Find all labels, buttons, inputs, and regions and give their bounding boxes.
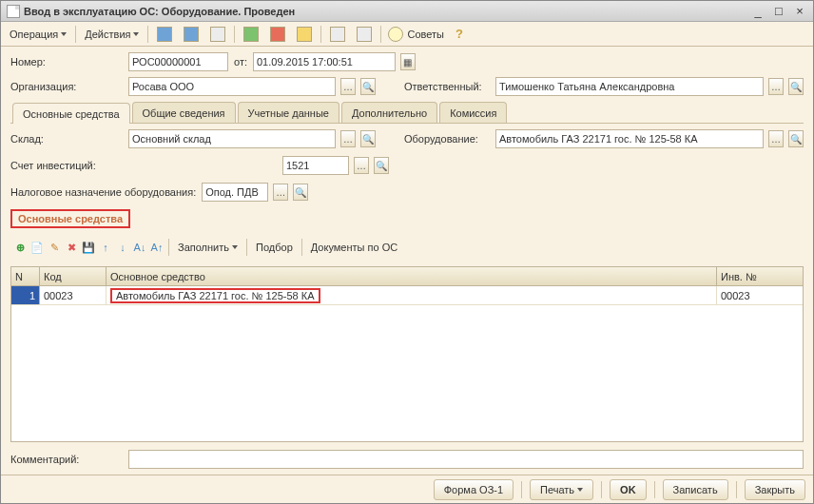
equipment-search-button[interactable]: 🔍 xyxy=(788,130,804,147)
tab-extra[interactable]: Дополнительно xyxy=(341,102,437,123)
organisation-choose-button[interactable]: … xyxy=(340,78,356,95)
form-oz1-label: Форма ОЗ-1 xyxy=(444,484,503,495)
tax-input[interactable] xyxy=(205,186,264,198)
move-up-button[interactable]: ↑ xyxy=(98,240,113,255)
tab-commission[interactable]: Комиссия xyxy=(439,102,507,123)
col-n[interactable]: N xyxy=(11,267,40,285)
organisation-field[interactable] xyxy=(128,77,336,96)
plus-icon: ⊕ xyxy=(16,242,25,254)
responsible-input[interactable] xyxy=(499,81,760,92)
tab-account[interactable]: Учетные данные xyxy=(238,102,339,123)
hints-button[interactable]: Советы xyxy=(385,24,448,45)
tax-field[interactable] xyxy=(202,183,268,202)
icon xyxy=(270,27,285,42)
row-org: Организация: … 🔍 Ответственный: … 🔍 xyxy=(10,77,804,96)
account-input[interactable] xyxy=(286,160,345,171)
sort-desc-button[interactable]: A↑ xyxy=(149,240,165,255)
print-label: Печать xyxy=(540,484,574,495)
warehouse-field[interactable] xyxy=(128,129,336,148)
fill-label: Заполнить xyxy=(178,242,229,253)
table-row[interactable]: 1 00023 Автомобиль ГАЗ 22171 гос. № 125-… xyxy=(11,286,803,305)
tab-label: Основные средства xyxy=(23,108,120,120)
tax-search-button[interactable]: 🔍 xyxy=(293,184,308,201)
help-button[interactable]: ? xyxy=(451,24,468,45)
maximize-button[interactable]: □ xyxy=(771,4,786,18)
comment-field[interactable] xyxy=(128,450,804,469)
print-menu[interactable]: Печать xyxy=(530,479,593,500)
ok-button[interactable]: OK xyxy=(610,479,647,500)
date-input[interactable] xyxy=(257,56,392,68)
warehouse-choose-button[interactable]: … xyxy=(340,130,356,147)
col-main[interactable]: Основное средство xyxy=(107,267,717,285)
separator xyxy=(521,481,522,498)
responsible-choose-button[interactable]: … xyxy=(768,78,784,95)
equipment-input[interactable] xyxy=(499,133,760,145)
nav-button-3[interactable] xyxy=(205,24,230,45)
move-down-button[interactable]: ↓ xyxy=(115,240,130,255)
organisation-input[interactable] xyxy=(132,81,332,92)
form-oz1-button[interactable]: Форма ОЗ-1 xyxy=(434,479,514,500)
number-input[interactable] xyxy=(132,56,224,68)
col-code[interactable]: Код xyxy=(40,267,107,285)
close-button[interactable]: × xyxy=(792,4,807,18)
grid-toolbar: ⊕ 📄 ✎ ✖ 💾 ↑ ↓ A↓ A↑ Заполнить Подбор Док… xyxy=(10,236,804,259)
actions-menu[interactable]: Действия xyxy=(80,24,144,45)
nav-button-2[interactable] xyxy=(179,24,204,45)
docs-button[interactable]: Документы по ОС xyxy=(306,237,402,258)
label-comment: Комментарий: xyxy=(10,454,123,465)
cell-inv: 00023 xyxy=(717,286,803,304)
titlebar-buttons: _ □ × xyxy=(750,4,807,18)
col-inv[interactable]: Инв. № xyxy=(717,267,803,285)
cell-name: Автомобиль ГАЗ 22171 гос. № 125-58 КА xyxy=(110,288,320,303)
operation-menu[interactable]: Операция xyxy=(5,24,71,45)
date-field[interactable] xyxy=(253,52,396,71)
structure-button[interactable] xyxy=(325,24,350,45)
save-button[interactable]: 💾 xyxy=(81,240,96,255)
equipment-choose-button[interactable]: … xyxy=(768,130,784,147)
account-search-button[interactable]: 🔍 xyxy=(374,157,389,174)
close-footer-button[interactable]: Закрыть xyxy=(745,479,805,500)
app-window: Ввод в эксплуатацию ОС: Оборудование. Пр… xyxy=(0,0,814,504)
tab-general[interactable]: Общие сведения xyxy=(132,102,236,123)
delete-row-button[interactable]: ✖ xyxy=(64,240,79,255)
debitcredit-button[interactable] xyxy=(292,24,317,45)
label-equipment: Оборудование: xyxy=(404,133,490,145)
bulb-icon xyxy=(388,27,403,42)
copy-icon: 📄 xyxy=(30,242,44,254)
ok-label: OK xyxy=(620,484,636,495)
responsible-field[interactable] xyxy=(495,77,764,96)
tax-choose-button[interactable]: … xyxy=(273,184,288,201)
separator xyxy=(75,26,76,43)
search-icon: 🔍 xyxy=(790,82,802,92)
separator xyxy=(320,26,321,43)
number-field[interactable] xyxy=(128,52,228,71)
add-row-button[interactable]: ⊕ xyxy=(12,240,28,255)
equipment-field[interactable] xyxy=(495,129,764,148)
section-header-wrap: Основные средства xyxy=(10,209,804,228)
responsible-search-button[interactable]: 🔍 xyxy=(788,78,804,95)
post-button[interactable] xyxy=(239,24,263,45)
account-choose-button[interactable]: … xyxy=(354,157,369,174)
select-button[interactable]: Подбор xyxy=(251,237,298,258)
separator xyxy=(168,239,169,256)
tab-main[interactable]: Основные средства xyxy=(12,103,130,124)
save-button[interactable]: Записать xyxy=(663,479,728,500)
search-icon: 🔍 xyxy=(376,161,387,171)
organisation-search-button[interactable]: 🔍 xyxy=(360,78,376,95)
date-picker-button[interactable]: ▦ xyxy=(400,53,416,70)
warehouse-input[interactable] xyxy=(132,133,332,145)
fill-menu[interactable]: Заполнить xyxy=(173,237,242,258)
edit-row-button[interactable]: ✎ xyxy=(47,240,62,255)
minimize-button[interactable]: _ xyxy=(750,4,766,18)
form-body: Номер: от: ▦ Организация: … 🔍 Ответстве xyxy=(1,47,813,475)
copy-row-button[interactable]: 📄 xyxy=(29,240,45,255)
comment-input[interactable] xyxy=(132,454,800,465)
sort-asc-button[interactable]: A↓ xyxy=(132,240,147,255)
separator xyxy=(654,481,655,498)
account-field[interactable] xyxy=(282,156,349,175)
warehouse-search-button[interactable]: 🔍 xyxy=(360,130,376,147)
info-button[interactable] xyxy=(352,24,377,45)
grid-body[interactable]: 1 00023 Автомобиль ГАЗ 22171 гос. № 125-… xyxy=(11,286,803,441)
nav-button-1[interactable] xyxy=(152,24,177,45)
unpost-button[interactable] xyxy=(265,24,290,45)
